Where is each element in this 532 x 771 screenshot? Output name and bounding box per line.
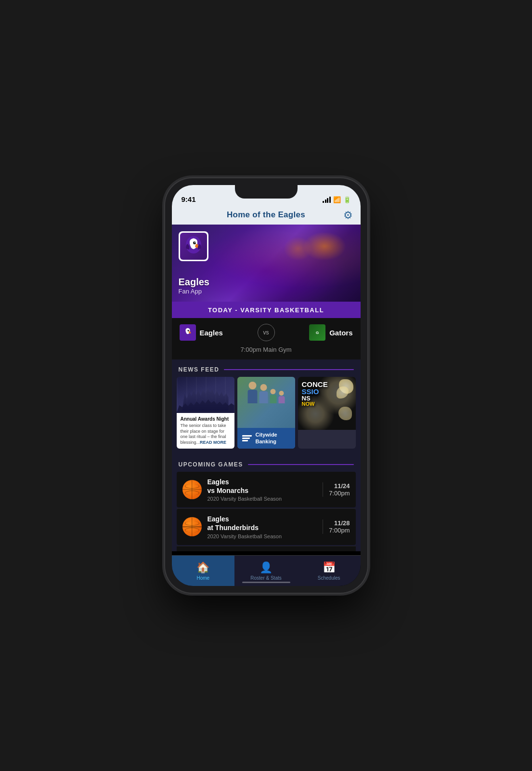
away-team-name: Gators: [329, 329, 352, 337]
game-info-1: Eagles vs Monarchs 2020 Varsity Basketba…: [208, 478, 317, 502]
phone-screen: 9:41 📶 🔋 Home of the Eagles ⚙: [172, 185, 361, 586]
battery-icon: 🔋: [343, 196, 351, 203]
away-team-logo: G: [309, 324, 325, 341]
game-info-2: Eagles at Thunderbirds 2020 Varsity Bask…: [208, 515, 317, 539]
game-item-1[interactable]: Eagles vs Monarchs 2020 Varsity Basketba…: [177, 472, 356, 507]
nav-title: Home of the Eagles: [227, 210, 305, 220]
game-date-1: 11/24: [329, 482, 350, 490]
news-section: NEWS FEED Annual Aw: [172, 359, 361, 454]
today-banner-text: TODAY - VARSITY BASKETBALL: [208, 306, 324, 314]
team-name: Eagles: [179, 277, 209, 288]
game-away-1: vs Monarchs: [208, 486, 317, 495]
phone-frame: 9:41 📶 🔋 Home of the Eagles ⚙: [165, 178, 367, 593]
eagle-eye-left: [284, 237, 312, 261]
tab-home[interactable]: 🏠 Home: [172, 556, 235, 586]
hero-text: Eagles Fan App: [179, 277, 209, 295]
game-date-2: 11/28: [329, 519, 350, 527]
today-banner: TODAY - VARSITY BASKETBALL: [172, 302, 361, 318]
svg-point-4: [187, 330, 189, 331]
game-date-col-2: 11/28 7:00pm: [323, 519, 350, 534]
section-line: [224, 369, 353, 370]
awards-title: Annual Awards Night: [181, 416, 231, 422]
upcoming-games-header: UPCOMING GAMES: [172, 454, 361, 472]
section-line-2: [248, 464, 354, 465]
vs-text: vs: [263, 329, 269, 336]
tab-roster-label: Roster & Stats: [250, 575, 281, 581]
concession-text: CONCE SSIO NS NOW: [302, 381, 328, 407]
upcoming-games-section: UPCOMING GAMES Eagles: [172, 454, 361, 551]
status-time: 9:41: [182, 195, 196, 203]
tab-home-label: Home: [196, 575, 209, 581]
home-team-logo: [180, 324, 196, 341]
nav-bar: Home of the Eagles ⚙: [172, 206, 361, 225]
game-season-2: 2020 Varsity Basketball Season: [208, 533, 317, 539]
news-grid: Annual Awards Night The senior class to …: [172, 377, 361, 454]
vs-circle: vs: [258, 324, 275, 341]
scroll-area[interactable]: Eagles Fan App TODAY - VARSITY BASKETBAL…: [172, 225, 361, 551]
away-team: Gators G: [309, 324, 352, 341]
signal-icon: [323, 197, 331, 203]
awards-caption: Annual Awards Night The senior class to …: [177, 413, 234, 449]
upcoming-games-title: UPCOMING GAMES: [179, 461, 243, 468]
home-team: Eagles: [180, 324, 223, 341]
citywide-overlay: Citywide Banking: [237, 428, 295, 448]
basketball-icon-2: [182, 517, 202, 536]
concession-image: CONCE SSIO NS NOW: [298, 377, 356, 430]
news-card-concession[interactable]: CONCE SSIO NS NOW: [298, 377, 356, 449]
game-away-2: at Thunderbirds: [208, 523, 317, 532]
team-logo: [179, 231, 208, 261]
eagle-logo-svg: [182, 234, 206, 258]
roster-icon: 👤: [260, 561, 272, 574]
tab-schedules[interactable]: 📅 Schedules: [298, 556, 361, 586]
game-home-2: Eagles: [208, 515, 317, 523]
status-icons: 📶 🔋: [323, 196, 351, 203]
view-all-row[interactable]: View All Games: [177, 546, 356, 552]
home-indicator: [242, 582, 290, 583]
news-card-sponsor[interactable]: Citywide Banking: [237, 377, 295, 449]
gear-icon[interactable]: ⚙: [343, 209, 353, 222]
hero-subtitle: Fan App: [179, 288, 209, 295]
tab-schedules-label: Schedules: [318, 575, 340, 581]
news-card-awards[interactable]: Annual Awards Night The senior class to …: [177, 377, 234, 449]
game-date-col-1: 11/24 7:00pm: [323, 482, 350, 497]
game-matchup[interactable]: Eagles vs Gators G 7:00pm Main Gym: [172, 318, 361, 359]
game-time-2: 7:00pm: [329, 527, 350, 534]
citywide-text: Citywide Banking: [256, 432, 277, 444]
game-home-1: Eagles: [208, 478, 317, 486]
game-season-1: 2020 Varsity Basketball Season: [208, 496, 317, 502]
game-time-1: 7:00pm: [329, 490, 350, 497]
hero-banner: Eagles Fan App: [172, 225, 361, 302]
basketball-icon-1: [182, 480, 202, 499]
news-section-title: NEWS FEED: [179, 366, 220, 373]
game-time: 7:00pm Main Gym: [240, 346, 291, 353]
news-section-header: NEWS FEED: [172, 359, 361, 377]
notch: [235, 185, 298, 199]
home-team-name: Eagles: [200, 329, 223, 337]
awards-body: The senior class to take their place on …: [181, 423, 231, 446]
svg-point-1: [193, 241, 196, 244]
awards-image: [177, 377, 234, 413]
schedules-icon: 📅: [323, 561, 336, 574]
game-item-2[interactable]: Eagles at Thunderbirds 2020 Varsity Bask…: [177, 509, 356, 545]
wifi-icon: 📶: [333, 196, 341, 203]
svg-point-2: [195, 242, 195, 243]
home-icon: 🏠: [196, 561, 209, 574]
sponsor-image: Citywide Banking: [237, 377, 295, 449]
